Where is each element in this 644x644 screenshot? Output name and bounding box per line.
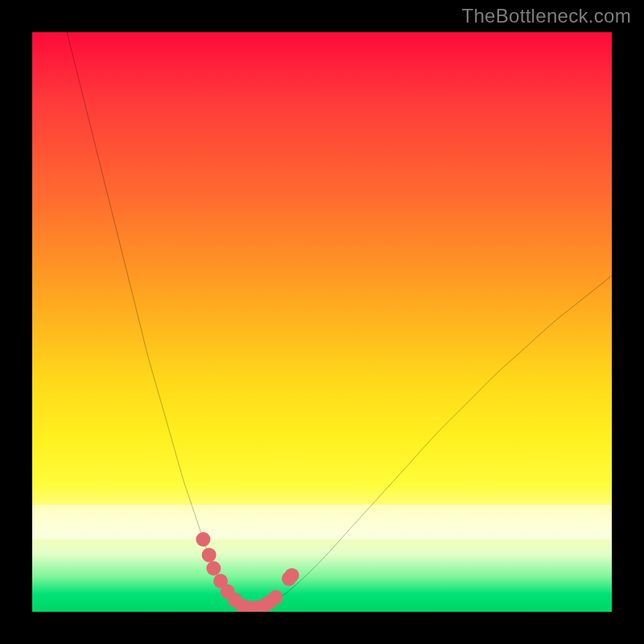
bottleneck-curve: [67, 32, 612, 609]
marker-group: [196, 532, 299, 612]
chart-frame: TheBottleneck.com: [0, 0, 644, 644]
curve-marker: [268, 590, 283, 605]
chart-svg: [32, 32, 612, 612]
curve-marker: [202, 547, 217, 562]
curve-marker: [196, 532, 210, 547]
curve-marker: [285, 568, 299, 583]
watermark-text: TheBottleneck.com: [461, 5, 631, 27]
curve-marker: [206, 561, 221, 576]
plot-area: [32, 32, 612, 612]
